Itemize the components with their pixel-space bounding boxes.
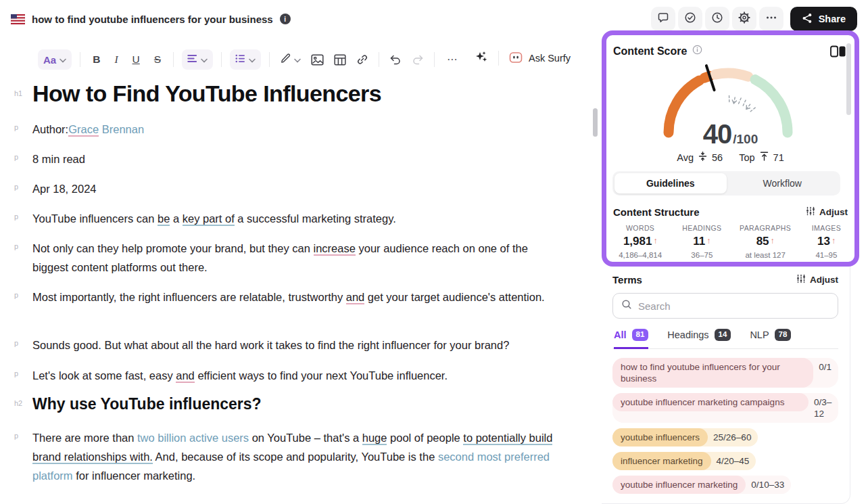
toolbar-more-button[interactable]: ⋯ bbox=[443, 52, 462, 67]
term-count: 25/26–60 bbox=[708, 428, 758, 446]
panel-scrollbar[interactable] bbox=[846, 43, 851, 115]
terms-tabs: All 81 Headings 14 NLP 78 bbox=[612, 329, 838, 349]
term-chip[interactable]: influencer marketing 4/20–45 bbox=[612, 452, 756, 470]
sparkles-icon[interactable] bbox=[473, 49, 488, 67]
insert-table-button[interactable] bbox=[332, 52, 348, 68]
italic-button[interactable]: I bbox=[110, 52, 122, 67]
doc-paragraph[interactable]: Let's look at some fast, easy and effici… bbox=[32, 366, 566, 385]
doc-paragraph[interactable]: 8 min read bbox=[32, 150, 566, 168]
term-text: youtube influencer marketing bbox=[612, 476, 746, 494]
comments-button[interactable] bbox=[651, 7, 675, 31]
tab-workflow[interactable]: Workflow bbox=[727, 173, 839, 193]
content-structure-stats: WORDS 1,981↑ 4,186–4,814 HEADINGS 11↑ 36… bbox=[608, 224, 853, 259]
underline-button[interactable]: U bbox=[128, 52, 144, 67]
bold-button[interactable]: B bbox=[89, 52, 104, 67]
tab-nlp[interactable]: NLP 78 bbox=[750, 329, 791, 349]
insert-image-button[interactable] bbox=[309, 52, 326, 68]
stat-headings: HEADINGS 11↑ 36–75 bbox=[673, 224, 731, 259]
doc-row: p Apr 18, 2024 bbox=[0, 179, 595, 198]
content-structure-title: Content Structure bbox=[613, 206, 700, 218]
ask-surfy-button[interactable]: Ask Surfy bbox=[509, 51, 571, 66]
doc-heading-2[interactable]: Why use YouTube influencers? bbox=[32, 393, 566, 415]
doc-row: p YouTube influencers can be a key part … bbox=[0, 209, 595, 228]
chevron-down-icon bbox=[201, 53, 208, 66]
tab-count-badge: 14 bbox=[715, 329, 731, 341]
text-style-dropdown[interactable]: Aa bbox=[38, 49, 72, 70]
redo-button[interactable] bbox=[410, 52, 426, 68]
editor-scrollbar[interactable] bbox=[593, 108, 598, 137]
doc-row: p Sounds good. But what about all the ha… bbox=[0, 336, 595, 354]
content-score-title: Content Score bbox=[613, 45, 687, 58]
term-text: influencer marketing bbox=[612, 452, 711, 470]
stat-range: 41–95 bbox=[800, 251, 853, 259]
content-score-panel: Content Score 40 /100 A bbox=[602, 30, 859, 267]
block-tag: p bbox=[14, 183, 18, 191]
search-icon bbox=[621, 299, 632, 313]
tab-label: Headings bbox=[667, 329, 708, 340]
term-chip[interactable]: how to find youtube influencers for your… bbox=[612, 358, 838, 388]
toolbar-divider bbox=[434, 52, 435, 67]
doc-paragraph[interactable]: Not only can they help promote your bran… bbox=[32, 239, 566, 277]
search-input[interactable] bbox=[638, 300, 829, 312]
ellipsis-icon bbox=[765, 12, 777, 26]
top-icon bbox=[760, 152, 769, 163]
doc-paragraph[interactable]: There are more than two billion active u… bbox=[32, 428, 566, 485]
toolbar-divider bbox=[80, 52, 80, 67]
doc-heading-1[interactable]: How to Find YouTube Influencers bbox=[32, 78, 566, 108]
term-count: 0/1 bbox=[813, 358, 838, 376]
tab-headings[interactable]: Headings 14 bbox=[667, 329, 731, 349]
align-dropdown[interactable] bbox=[182, 49, 213, 70]
history-button[interactable] bbox=[705, 7, 729, 31]
strikethrough-button[interactable]: S bbox=[150, 52, 165, 67]
terms-header: Terms Adjust bbox=[612, 274, 838, 285]
doc-paragraph[interactable]: Most importantly, the right influencers … bbox=[32, 288, 566, 306]
info-icon[interactable]: i bbox=[280, 14, 291, 24]
doc-row: p There are more than two billion active… bbox=[0, 428, 595, 485]
term-chip[interactable]: youtube influencers 25/26–60 bbox=[612, 428, 758, 446]
terms-panel: Terms Adjust All 81 Headings 14 NLP 78 h… bbox=[602, 267, 850, 504]
collapse-panel-icon[interactable] bbox=[830, 45, 846, 58]
pen-icon bbox=[280, 53, 291, 67]
avg-score: Avg 56 bbox=[677, 152, 723, 163]
stat-paragraphs: PARAGRAPHS 85↑ at least 127 bbox=[731, 224, 800, 259]
align-icon bbox=[187, 53, 197, 66]
doc-row: p 8 min read bbox=[0, 150, 595, 168]
highlight-pen-dropdown[interactable] bbox=[278, 51, 303, 69]
structure-adjust-button[interactable]: Adjust bbox=[806, 206, 848, 218]
toolbar-divider bbox=[269, 52, 270, 67]
insert-link-button[interactable] bbox=[354, 51, 370, 68]
us-flag-icon bbox=[11, 14, 25, 24]
terms-adjust-button[interactable]: Adjust bbox=[796, 274, 838, 285]
doc-paragraph[interactable]: YouTube influencers can be a key part of… bbox=[32, 209, 566, 228]
top-value: 71 bbox=[773, 152, 784, 163]
approvals-button[interactable] bbox=[678, 7, 702, 31]
tab-guidelines[interactable]: Guidelines bbox=[614, 173, 727, 193]
share-button[interactable]: Share bbox=[790, 7, 857, 31]
doc-paragraph[interactable]: Sounds good. But what about all the hard… bbox=[32, 336, 566, 354]
terms-list: how to find youtube influencers for your… bbox=[612, 358, 838, 494]
chevron-down-icon bbox=[59, 53, 66, 66]
stat-images: IMAGES 13↑ 41–95 bbox=[800, 224, 853, 259]
settings-button[interactable] bbox=[732, 7, 756, 31]
info-circle-icon[interactable] bbox=[692, 45, 702, 58]
block-tag: p bbox=[14, 212, 18, 221]
doc-paragraph[interactable]: Apr 18, 2024 bbox=[32, 179, 566, 198]
stat-label: IMAGES bbox=[800, 224, 853, 232]
check-circle-icon bbox=[683, 11, 697, 27]
content-structure-header: Content Structure Adjust bbox=[613, 206, 848, 218]
stat-range: 36–75 bbox=[673, 251, 731, 259]
term-chip[interactable]: youtube influencer marketing 0/10–33 bbox=[612, 476, 791, 494]
up-arrow-icon: ↑ bbox=[831, 236, 836, 246]
adjust-label: Adjust bbox=[810, 275, 838, 285]
more-button[interactable] bbox=[759, 7, 783, 31]
terms-title: Terms bbox=[612, 274, 642, 285]
page-title: how to find youtube influencers for your… bbox=[32, 14, 273, 25]
undo-button[interactable] bbox=[387, 52, 404, 68]
comment-icon bbox=[656, 11, 670, 27]
term-chip[interactable]: youtube influencer marketing campaigns 0… bbox=[612, 393, 838, 423]
list-dropdown[interactable] bbox=[230, 49, 261, 70]
block-tag: p bbox=[14, 291, 18, 299]
doc-row: h1 How to Find YouTube Influencers bbox=[0, 78, 595, 108]
tab-all[interactable]: All 81 bbox=[614, 329, 648, 349]
doc-paragraph[interactable]: Author:Grace Brennan bbox=[32, 120, 566, 139]
